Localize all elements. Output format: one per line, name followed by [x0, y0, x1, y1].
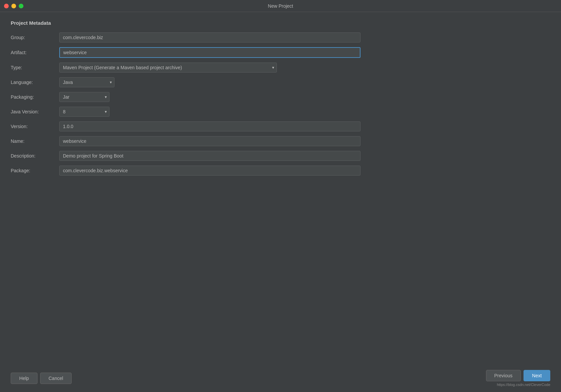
window-controls[interactable]	[4, 4, 23, 8]
previous-button[interactable]: Previous	[486, 370, 521, 381]
version-label: Version:	[11, 124, 59, 129]
group-label: Group:	[11, 35, 59, 40]
group-row: Group:	[11, 32, 550, 42]
dialog: Project Metadata Group: Artifact: Type: …	[0, 12, 561, 392]
description-row: Description:	[11, 151, 550, 161]
type-select[interactable]: Maven Project (Generate a Maven based pr…	[59, 63, 277, 73]
package-row: Package:	[11, 166, 550, 176]
packaging-select-wrapper: Jar War	[59, 92, 109, 102]
maximize-button[interactable]	[19, 4, 23, 8]
packaging-select[interactable]: Jar War	[59, 92, 109, 102]
title-bar: New Project	[0, 0, 561, 12]
java-version-select-wrapper: 8 11 17	[59, 107, 109, 117]
cancel-button[interactable]: Cancel	[40, 373, 72, 384]
footer-left: Help Cancel	[11, 373, 72, 384]
package-label: Package:	[11, 168, 59, 173]
type-row: Type: Maven Project (Generate a Maven ba…	[11, 63, 550, 73]
form-area: Group: Artifact: Type: Maven Project (Ge…	[11, 32, 550, 198]
help-button[interactable]: Help	[11, 373, 37, 384]
name-input[interactable]	[59, 136, 360, 146]
name-row: Name:	[11, 136, 550, 146]
version-row: Version:	[11, 121, 550, 131]
footer: Help Cancel Previous Next https://blog.c…	[11, 363, 550, 392]
package-input[interactable]	[59, 166, 360, 176]
packaging-label: Packaging:	[11, 94, 59, 100]
window-title: New Project	[268, 3, 293, 9]
watermark: https://blog.csdn.net/CleverCode	[497, 383, 550, 387]
language-select-wrapper: Java Kotlin Groovy	[59, 77, 114, 87]
description-input[interactable]	[59, 151, 360, 161]
java-version-row: Java Version: 8 11 17	[11, 107, 550, 117]
type-label: Type:	[11, 65, 59, 70]
name-label: Name:	[11, 138, 59, 144]
language-row: Language: Java Kotlin Groovy	[11, 77, 550, 87]
artifact-row: Artifact:	[11, 47, 550, 58]
artifact-input[interactable]	[59, 47, 360, 58]
language-label: Language:	[11, 80, 59, 85]
packaging-row: Packaging: Jar War	[11, 92, 550, 102]
minimize-button[interactable]	[11, 4, 16, 8]
next-button[interactable]: Next	[524, 370, 550, 381]
footer-right: Previous Next https://blog.csdn.net/Clev…	[486, 370, 550, 387]
version-input[interactable]	[59, 121, 360, 131]
java-version-select[interactable]: 8 11 17	[59, 107, 109, 117]
group-input[interactable]	[59, 32, 360, 42]
footer-nav-buttons: Previous Next	[486, 370, 550, 381]
close-button[interactable]	[4, 4, 9, 8]
type-select-wrapper: Maven Project (Generate a Maven based pr…	[59, 63, 277, 73]
language-select[interactable]: Java Kotlin Groovy	[59, 77, 114, 87]
description-label: Description:	[11, 153, 59, 159]
java-version-label: Java Version:	[11, 109, 59, 114]
section-title: Project Metadata	[11, 20, 550, 26]
artifact-label: Artifact:	[11, 50, 59, 55]
